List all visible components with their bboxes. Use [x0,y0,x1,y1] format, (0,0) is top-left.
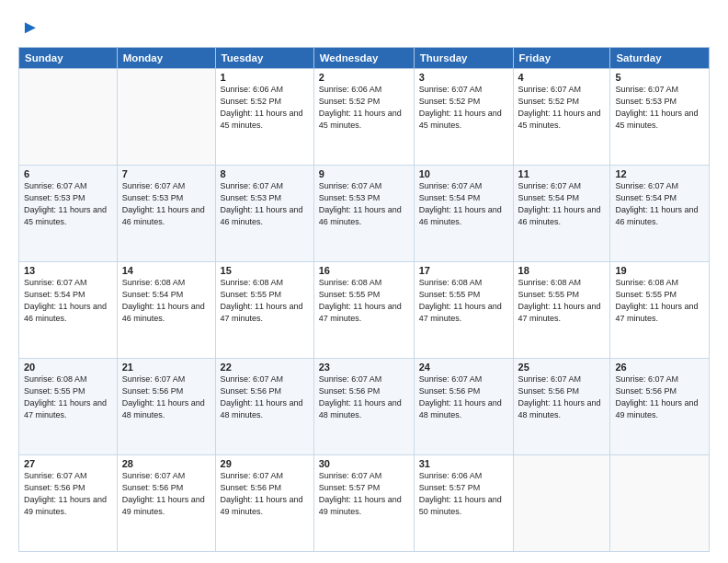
day-info: Sunrise: 6:07 AM Sunset: 5:54 PM Dayligh… [24,277,112,325]
calendar-week-1: 1Sunrise: 6:06 AM Sunset: 5:52 PM Daylig… [19,69,710,166]
day-number: 19 [615,265,704,276]
calendar-cell: 16Sunrise: 6:08 AM Sunset: 5:55 PM Dayli… [313,262,414,359]
day-number: 3 [419,72,508,83]
calendar-cell: 30Sunrise: 6:07 AM Sunset: 5:57 PM Dayli… [313,455,414,552]
calendar-cell [513,455,610,552]
day-number: 23 [319,362,409,373]
day-number: 21 [122,362,210,373]
day-info: Sunrise: 6:07 AM Sunset: 5:53 PM Dayligh… [319,180,409,228]
day-info: Sunrise: 6:07 AM Sunset: 5:53 PM Dayligh… [221,180,309,228]
day-info: Sunrise: 6:06 AM Sunset: 5:52 PM Dayligh… [221,84,309,132]
day-info: Sunrise: 6:08 AM Sunset: 5:55 PM Dayligh… [24,373,112,421]
day-info: Sunrise: 6:07 AM Sunset: 5:56 PM Dayligh… [122,373,210,421]
logo: ► [18,17,40,38]
day-number: 27 [24,458,112,469]
day-info: Sunrise: 6:08 AM Sunset: 5:54 PM Dayligh… [122,277,210,325]
calendar-cell: 5Sunrise: 6:07 AM Sunset: 5:53 PM Daylig… [610,69,710,166]
weekday-wednesday: Wednesday [313,48,414,69]
day-number: 1 [221,72,309,83]
calendar-cell: 2Sunrise: 6:06 AM Sunset: 5:52 PM Daylig… [313,69,414,166]
day-number: 29 [221,458,309,469]
day-info: Sunrise: 6:07 AM Sunset: 5:56 PM Dayligh… [319,373,409,421]
calendar-cell [19,69,118,166]
calendar-cell: 28Sunrise: 6:07 AM Sunset: 5:56 PM Dayli… [117,455,215,552]
calendar-cell: 18Sunrise: 6:08 AM Sunset: 5:55 PM Dayli… [513,262,610,359]
calendar-cell: 26Sunrise: 6:07 AM Sunset: 5:56 PM Dayli… [610,359,710,455]
day-info: Sunrise: 6:07 AM Sunset: 5:52 PM Dayligh… [518,84,606,132]
day-number: 4 [518,72,606,83]
day-number: 11 [518,168,606,179]
calendar-cell: 13Sunrise: 6:07 AM Sunset: 5:54 PM Dayli… [19,262,118,359]
weekday-monday: Monday [117,48,215,69]
calendar-table: SundayMondayTuesdayWednesdayThursdayFrid… [18,47,710,552]
day-number: 10 [419,168,508,179]
day-info: Sunrise: 6:08 AM Sunset: 5:55 PM Dayligh… [419,277,508,325]
day-number: 16 [319,265,409,276]
day-info: Sunrise: 6:08 AM Sunset: 5:55 PM Dayligh… [221,277,309,325]
day-info: Sunrise: 6:07 AM Sunset: 5:53 PM Dayligh… [615,84,704,132]
day-info: Sunrise: 6:07 AM Sunset: 5:56 PM Dayligh… [419,373,508,421]
calendar-cell: 19Sunrise: 6:08 AM Sunset: 5:55 PM Dayli… [610,262,710,359]
day-number: 22 [221,362,309,373]
day-number: 25 [518,362,606,373]
calendar-cell: 12Sunrise: 6:07 AM Sunset: 5:54 PM Dayli… [610,166,710,262]
day-number: 18 [518,265,606,276]
calendar-cell: 15Sunrise: 6:08 AM Sunset: 5:55 PM Dayli… [215,262,313,359]
day-info: Sunrise: 6:08 AM Sunset: 5:55 PM Dayligh… [518,277,606,325]
calendar-cell [610,455,710,552]
weekday-saturday: Saturday [610,48,710,69]
logo-text: ► [18,17,40,38]
calendar-cell: 23Sunrise: 6:07 AM Sunset: 5:56 PM Dayli… [313,359,414,455]
day-info: Sunrise: 6:07 AM Sunset: 5:56 PM Dayligh… [221,373,309,421]
calendar-cell: 3Sunrise: 6:07 AM Sunset: 5:52 PM Daylig… [414,69,513,166]
day-number: 6 [24,168,112,179]
calendar-cell: 20Sunrise: 6:08 AM Sunset: 5:55 PM Dayli… [19,359,118,455]
day-number: 8 [221,168,309,179]
weekday-tuesday: Tuesday [215,48,313,69]
calendar-cell: 6Sunrise: 6:07 AM Sunset: 5:53 PM Daylig… [19,166,118,262]
calendar-week-3: 13Sunrise: 6:07 AM Sunset: 5:54 PM Dayli… [19,262,710,359]
calendar-week-4: 20Sunrise: 6:08 AM Sunset: 5:55 PM Dayli… [19,359,710,455]
calendar-cell: 4Sunrise: 6:07 AM Sunset: 5:52 PM Daylig… [513,69,610,166]
day-info: Sunrise: 6:07 AM Sunset: 5:52 PM Dayligh… [419,84,508,132]
day-number: 31 [419,458,508,469]
calendar-cell: 21Sunrise: 6:07 AM Sunset: 5:56 PM Dayli… [117,359,215,455]
calendar-cell: 11Sunrise: 6:07 AM Sunset: 5:54 PM Dayli… [513,166,610,262]
weekday-sunday: Sunday [19,48,118,69]
day-info: Sunrise: 6:08 AM Sunset: 5:55 PM Dayligh… [319,277,409,325]
day-number: 13 [24,265,112,276]
calendar-cell: 1Sunrise: 6:06 AM Sunset: 5:52 PM Daylig… [215,69,313,166]
calendar-cell: 31Sunrise: 6:06 AM Sunset: 5:57 PM Dayli… [414,455,513,552]
weekday-thursday: Thursday [414,48,513,69]
day-info: Sunrise: 6:07 AM Sunset: 5:53 PM Dayligh… [24,180,112,228]
weekday-friday: Friday [513,48,610,69]
day-info: Sunrise: 6:06 AM Sunset: 5:57 PM Dayligh… [419,470,508,518]
calendar-cell: 24Sunrise: 6:07 AM Sunset: 5:56 PM Dayli… [414,359,513,455]
day-info: Sunrise: 6:08 AM Sunset: 5:55 PM Dayligh… [615,277,704,325]
calendar-cell: 10Sunrise: 6:07 AM Sunset: 5:54 PM Dayli… [414,166,513,262]
day-number: 26 [615,362,704,373]
day-info: Sunrise: 6:07 AM Sunset: 5:54 PM Dayligh… [419,180,508,228]
calendar-cell [117,69,215,166]
day-number: 7 [122,168,210,179]
calendar-cell: 8Sunrise: 6:07 AM Sunset: 5:53 PM Daylig… [215,166,313,262]
calendar-cell: 14Sunrise: 6:08 AM Sunset: 5:54 PM Dayli… [117,262,215,359]
calendar-cell: 25Sunrise: 6:07 AM Sunset: 5:56 PM Dayli… [513,359,610,455]
day-info: Sunrise: 6:07 AM Sunset: 5:54 PM Dayligh… [518,180,606,228]
day-info: Sunrise: 6:07 AM Sunset: 5:56 PM Dayligh… [518,373,606,421]
calendar-page: ► SundayMondayTuesdayWednesdayThursdayFr… [0,0,728,563]
day-number: 15 [221,265,309,276]
day-info: Sunrise: 6:07 AM Sunset: 5:56 PM Dayligh… [24,470,112,518]
day-number: 24 [419,362,508,373]
day-info: Sunrise: 6:07 AM Sunset: 5:56 PM Dayligh… [615,373,704,421]
calendar-cell: 29Sunrise: 6:07 AM Sunset: 5:56 PM Dayli… [215,455,313,552]
day-number: 5 [615,72,704,83]
calendar-cell: 9Sunrise: 6:07 AM Sunset: 5:53 PM Daylig… [313,166,414,262]
day-number: 20 [24,362,112,373]
day-info: Sunrise: 6:07 AM Sunset: 5:56 PM Dayligh… [122,470,210,518]
day-info: Sunrise: 6:07 AM Sunset: 5:56 PM Dayligh… [221,470,309,518]
day-info: Sunrise: 6:07 AM Sunset: 5:53 PM Dayligh… [122,180,210,228]
calendar-week-2: 6Sunrise: 6:07 AM Sunset: 5:53 PM Daylig… [19,166,710,262]
calendar-cell: 7Sunrise: 6:07 AM Sunset: 5:53 PM Daylig… [117,166,215,262]
day-info: Sunrise: 6:06 AM Sunset: 5:52 PM Dayligh… [319,84,409,132]
